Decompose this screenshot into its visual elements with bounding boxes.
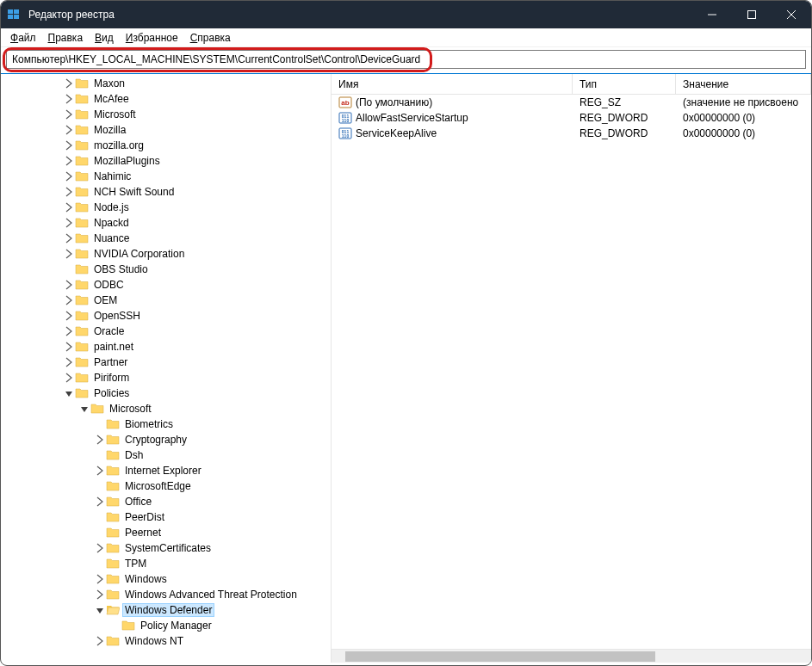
tree-item[interactable]: Piriform (1, 370, 331, 385)
chevron-right-icon[interactable] (63, 108, 75, 120)
tree-item[interactable]: TPM (1, 556, 331, 571)
tree-item[interactable]: Oracle (1, 324, 331, 339)
tree-item[interactable]: McAfee (1, 91, 331, 107)
close-button[interactable] (772, 1, 811, 28)
maximize-button[interactable] (732, 1, 772, 28)
tree-item[interactable]: Policies (1, 385, 331, 401)
tree-item[interactable]: Biometrics (1, 416, 331, 432)
chevron-right-icon[interactable] (94, 589, 106, 601)
tree-item[interactable]: Partner (1, 355, 331, 370)
titlebar[interactable]: Редактор реестра (1, 1, 811, 28)
scrollbar-thumb[interactable] (345, 651, 655, 662)
value-row[interactable]: (По умолчанию)REG_SZ(значение не присвое… (332, 95, 811, 110)
minimize-button[interactable] (692, 1, 732, 28)
chevron-right-icon[interactable] (63, 201, 75, 213)
tree-item[interactable]: MicrosoftEdge (1, 478, 331, 494)
chevron-right-icon[interactable] (63, 279, 75, 291)
tree-item[interactable]: Nuance (1, 231, 331, 246)
col-name[interactable]: Имя (332, 74, 573, 94)
col-value[interactable]: Значение (676, 74, 811, 94)
tree-item[interactable]: Node.js (1, 200, 331, 215)
binary-value-icon (338, 126, 352, 140)
tree-item-label: Nuance (92, 232, 131, 244)
chevron-right-icon[interactable] (63, 356, 75, 368)
chevron-right-icon[interactable] (94, 635, 106, 647)
folder-icon (75, 216, 89, 230)
tree-item[interactable]: Windows (1, 571, 331, 587)
tree-item[interactable]: Npackd (1, 215, 331, 231)
tree-item[interactable]: ODBC (1, 277, 331, 293)
chevron-right-icon[interactable] (63, 124, 75, 136)
tree-item[interactable]: Windows Defender (1, 602, 331, 618)
tree-item-label: MozillaPlugins (92, 155, 162, 167)
tree-item[interactable]: SystemCertificates (1, 540, 331, 556)
tree-item[interactable]: Microsoft (1, 401, 331, 416)
chevron-right-icon[interactable] (63, 155, 75, 167)
chevron-right-icon[interactable] (63, 325, 75, 337)
tree-item[interactable]: Windows NT (1, 633, 331, 649)
tree-item-label: Policy Manager (139, 620, 214, 632)
tree-item[interactable]: Office (1, 494, 331, 509)
folder-open-icon (106, 603, 120, 617)
horizontal-scrollbar[interactable] (332, 649, 811, 663)
chevron-right-icon[interactable] (63, 310, 75, 322)
tree-item[interactable]: OpenSSH (1, 308, 331, 324)
values-list[interactable]: (По умолчанию)REG_SZ(значение не присвое… (332, 95, 811, 649)
chevron-right-icon[interactable] (94, 542, 106, 554)
chevron-down-icon[interactable] (78, 403, 90, 415)
tree-item-label: Windows Advanced Threat Protection (123, 589, 299, 601)
chevron-right-icon[interactable] (63, 372, 75, 384)
tree-item[interactable]: Peernet (1, 525, 331, 540)
tree-item[interactable]: Cryptography (1, 432, 331, 447)
menu-file[interactable]: Файл (4, 30, 42, 46)
chevron-right-icon[interactable] (94, 496, 106, 508)
chevron-right-icon[interactable] (63, 294, 75, 306)
tree-item[interactable]: NCH Swift Sound (1, 184, 331, 200)
tree-item[interactable]: Policy Manager (1, 618, 331, 633)
chevron-right-icon[interactable] (94, 465, 106, 477)
chevron-right-icon[interactable] (63, 232, 75, 244)
chevron-right-icon[interactable] (94, 434, 106, 446)
value-type: REG_DWORD (573, 112, 676, 124)
tree-item-label: Microsoft (108, 403, 153, 415)
binary-value-icon (338, 111, 352, 125)
window-title: Редактор реестра (28, 9, 692, 21)
tree-item[interactable]: mozilla.org (1, 138, 331, 153)
chevron-right-icon[interactable] (63, 170, 75, 182)
chevron-right-icon[interactable] (63, 186, 75, 198)
chevron-right-icon[interactable] (63, 139, 75, 151)
chevron-right-icon[interactable] (63, 93, 75, 105)
tree-item-label: Partner (92, 356, 129, 368)
chevron-right-icon[interactable] (63, 248, 75, 260)
tree-item[interactable]: Microsoft (1, 107, 331, 122)
tree-item[interactable]: OEM (1, 293, 331, 308)
value-row[interactable]: AllowFastServiceStartupREG_DWORD0x000000… (332, 110, 811, 126)
chevron-right-icon[interactable] (63, 341, 75, 353)
menu-fav[interactable]: Избранное (120, 30, 184, 46)
value-row[interactable]: ServiceKeepAliveREG_DWORD0x00000000 (0) (332, 126, 811, 141)
tree-item[interactable]: Nahimic (1, 169, 331, 184)
col-type[interactable]: Тип (573, 74, 676, 94)
tree-item[interactable]: Mozilla (1, 122, 331, 138)
tree-item[interactable]: paint.net (1, 339, 331, 355)
menu-edit[interactable]: Правка (42, 30, 90, 46)
chevron-down-icon[interactable] (63, 387, 75, 399)
chevron-right-icon[interactable] (63, 217, 75, 229)
tree-item[interactable]: Maxon (1, 76, 331, 91)
tree-item[interactable]: Windows Advanced Threat Protection (1, 587, 331, 602)
tree-item[interactable]: OBS Studio (1, 262, 331, 277)
tree-item[interactable]: PeerDist (1, 509, 331, 525)
folder-icon (75, 262, 89, 276)
address-input[interactable] (6, 50, 806, 69)
tree-item[interactable]: NVIDIA Corporation (1, 246, 331, 262)
chevron-right-icon[interactable] (94, 573, 106, 585)
folder-icon (106, 541, 120, 555)
chevron-down-icon[interactable] (94, 604, 106, 616)
menu-view[interactable]: Вид (89, 30, 120, 46)
tree-item[interactable]: Internet Explorer (1, 463, 331, 478)
tree-item[interactable]: Dsh (1, 447, 331, 463)
chevron-right-icon[interactable] (63, 77, 75, 89)
tree-item[interactable]: MozillaPlugins (1, 153, 331, 169)
menu-help[interactable]: Справка (184, 30, 237, 46)
tree-pane[interactable]: MaxonMcAfeeMicrosoftMozillamozilla.orgMo… (1, 74, 332, 663)
